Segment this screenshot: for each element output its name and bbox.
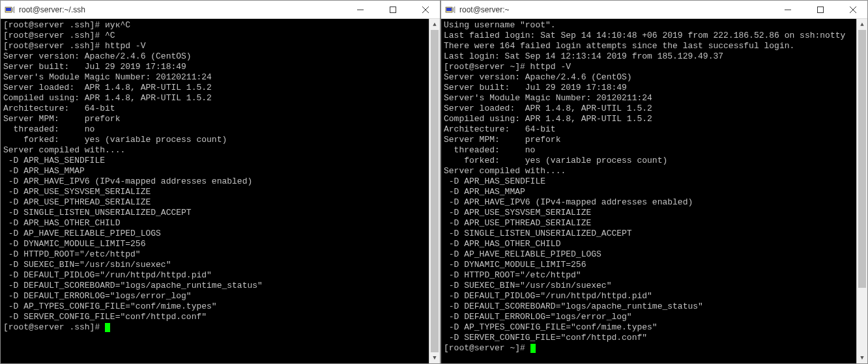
window-title-left: root@server:~/.ssh [19,5,342,14]
terminal-line: -D SINGLE_LISTEN_UNSERIALIZED_ACCEPT [444,229,854,239]
terminal-line: -D SERVER_CONFIG_FILE="conf/httpd.conf" [444,333,854,343]
terminal-line: [root@server .ssh]# httpd -V [3,41,426,51]
terminal-line: -D DEFAULT_ERRORLOG="logs/error_log" [444,312,854,322]
window-title-right: root@server:~ [459,5,770,14]
terminal-line: -D APR_USE_PTHREAD_SERIALIZE [444,218,854,229]
close-button[interactable] [839,1,867,19]
cursor [530,344,536,353]
terminal-line: Server version: Apache/2.4.6 (CentOS) [444,72,854,83]
terminal-line: -D DEFAULT_SCOREBOARD="logs/apache_runti… [444,301,854,312]
putty-window-left: root@server:~/.ssh [root@server .ssh]# и… [0,0,441,364]
terminal-line: Server's Module Magic Number: 20120211:2… [444,93,854,104]
putty-window-right: root@server:~ Using username "root".Last… [441,0,868,364]
terminal-line: There were 164 failed login attempts sin… [444,41,854,51]
terminal-line: -D APR_USE_SYSVSEM_SERIALIZE [444,208,854,218]
terminal-line: -D APR_HAS_OTHER_CHILD [444,239,854,249]
prompt-text: [root@server .ssh]# [3,322,105,332]
terminal-line: -D DEFAULT_SCOREBOARD="logs/apache_runti… [3,281,426,291]
terminal-line: Architecture: 64-bit [3,104,426,114]
terminal-line: Using username "root". [444,20,854,31]
scroll-up-icon[interactable]: ▲ [857,19,867,30]
terminal-line: -D HTTPD_ROOT="/etc/httpd" [3,249,426,260]
putty-icon [5,5,15,15]
terminal-line: Server compiled with.... [444,166,854,176]
prompt-text: [root@server ~]# [444,343,530,353]
terminal-line: -D HTTPD_ROOT="/etc/httpd" [444,270,854,281]
terminal-line: Last failed login: Sat Sep 14 14:10:48 +… [444,31,854,41]
terminal-line: -D SUEXEC_BIN="/usr/sbin/suexec" [3,260,426,270]
terminal-line: [root@server ~]# httpd -V [444,62,854,72]
cursor [105,323,110,332]
terminal-line: -D APR_HAS_MMAP [3,166,426,176]
terminal-line: Server compiled with.... [3,145,426,156]
titlebar-right[interactable]: root@server:~ [441,1,867,19]
terminal-line: Server loaded: APR 1.4.8, APR-UTIL 1.5.2 [444,104,854,114]
terminal-line: Compiled using: APR 1.4.8, APR-UTIL 1.5.… [3,93,426,104]
terminal-line: [root@server .ssh]# ^C [3,31,426,41]
terminal-line: forked: yes (variable process count) [3,135,426,145]
terminal-line: forked: yes (variable process count) [444,156,854,166]
svg-rect-3 [390,7,396,12]
terminal-line: Server built: Jul 29 2019 17:18:49 [3,62,426,72]
terminal-line: -D DYNAMIC_MODULE_LIMIT=256 [3,239,426,249]
putty-icon [445,5,456,15]
terminal-line: -D AP_TYPES_CONFIG_FILE="conf/mime.types… [444,322,854,333]
terminal-line: -D AP_TYPES_CONFIG_FILE="conf/mime.types… [3,301,426,312]
titlebar-left[interactable]: root@server:~/.ssh [1,1,440,19]
prompt-line[interactable]: [root@server ~]# [444,343,854,354]
terminal-line: Compiled using: APR 1.4.8, APR-UTIL 1.5.… [444,114,854,124]
terminal-line: threaded: no [3,124,426,135]
terminal-line: Server loaded: APR 1.4.8, APR-UTIL 1.5.2 [3,83,426,93]
terminal-line: -D APR_USE_PTHREAD_SERIALIZE [3,197,426,208]
terminal-line: Architecture: 64-bit [444,124,854,135]
scroll-thumb[interactable] [431,30,439,352]
scroll-up-icon[interactable]: ▲ [429,19,440,30]
terminal-line: -D APR_HAVE_IPV6 (IPv4-mapped addresses … [444,197,854,208]
scroll-thumb[interactable] [858,30,866,288]
terminal-line: threaded: no [444,145,854,156]
terminal-line: -D APR_HAS_SENDFILE [3,156,426,166]
svg-rect-7 [446,8,452,11]
terminal-line: -D SUEXEC_BIN="/usr/sbin/suexec" [444,281,854,291]
terminal-line: Server MPM: prefork [3,114,426,124]
terminal-line: -D APR_HAS_OTHER_CHILD [3,218,426,229]
terminal-line: -D APR_USE_SYSVSEM_SERIALIZE [3,187,426,197]
terminal-left[interactable]: [root@server .ssh]# иук^C[root@server .s… [1,19,429,363]
scrollbar-left[interactable]: ▲ ▼ [429,19,440,363]
terminal-line: -D AP_HAVE_RELIABLE_PIPED_LOGS [444,249,854,260]
terminal-line: -D DEFAULT_PIDLOG="/run/httpd/httpd.pid" [3,270,426,281]
terminal-line: Server built: Jul 29 2019 17:18:49 [444,83,854,93]
svg-rect-1 [6,8,11,11]
terminal-line: Server's Module Magic Number: 20120211:2… [3,72,426,83]
scroll-down-icon[interactable]: ▼ [429,352,440,363]
terminal-line: Server version: Apache/2.4.6 (CentOS) [3,51,426,62]
maximize-button[interactable] [806,1,835,19]
minimize-button[interactable] [774,1,802,19]
scrollbar-right[interactable]: ▲ ▼ [856,19,867,363]
terminal-line: Last login: Sat Sep 14 12:13:14 2019 fro… [444,51,854,62]
prompt-line[interactable]: [root@server .ssh]# [3,322,426,333]
scroll-down-icon[interactable]: ▼ [857,352,867,363]
terminal-line: -D APR_HAS_SENDFILE [444,176,854,187]
terminal-line: [root@server .ssh]# иук^C [3,20,426,31]
terminal-line: -D SERVER_CONFIG_FILE="conf/httpd.conf" [3,312,426,322]
terminal-line: -D APR_HAS_MMAP [444,187,854,197]
svg-rect-9 [818,7,824,12]
terminal-line: -D DYNAMIC_MODULE_LIMIT=256 [444,260,854,270]
minimize-button[interactable] [346,1,375,19]
terminal-line: -D AP_HAVE_RELIABLE_PIPED_LOGS [3,229,426,239]
maximize-button[interactable] [379,1,407,19]
terminal-line: -D SINGLE_LISTEN_UNSERIALIZED_ACCEPT [3,208,426,218]
terminal-line: -D DEFAULT_PIDLOG="/run/httpd/httpd.pid" [444,291,854,301]
close-button[interactable] [411,1,440,19]
terminal-line: -D APR_HAVE_IPV6 (IPv4-mapped addresses … [3,176,426,187]
terminal-line: Server MPM: prefork [444,135,854,145]
terminal-line: -D DEFAULT_ERRORLOG="logs/error_log" [3,291,426,301]
terminal-right[interactable]: Using username "root".Last failed login:… [441,19,856,363]
